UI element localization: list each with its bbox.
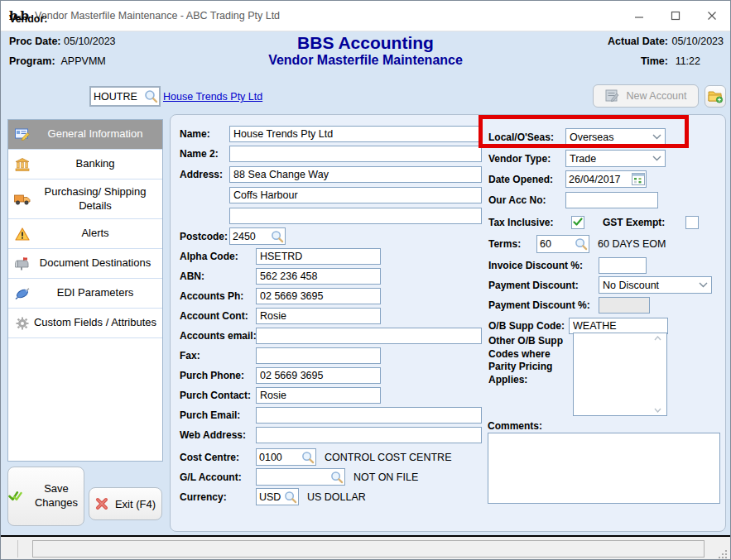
general-information-panel: Name: Name 2: Address: Postcode: Al <box>170 114 726 532</box>
status-bar <box>1 537 730 560</box>
alpha-code-field[interactable] <box>256 248 381 265</box>
gst-exempt-checkbox[interactable] <box>685 216 699 229</box>
sidebar-item-label: Purchasing/ Shipping Details <box>33 185 157 213</box>
maximize-button[interactable] <box>657 1 694 31</box>
gear-icon <box>14 316 31 331</box>
our-acc-no-label: Our Acc No: <box>488 194 565 206</box>
address-line3-field[interactable] <box>229 208 482 224</box>
local-oseas-select[interactable]: Overseas <box>565 128 666 146</box>
ob-supp-code-field[interactable] <box>569 318 668 334</box>
status-separator <box>17 540 18 558</box>
textarea-scrollbar[interactable] <box>654 336 661 413</box>
currency-label: Currency: <box>180 491 256 503</box>
save-button[interactable]: Save Changes <box>7 467 84 526</box>
vendor-type-select[interactable]: Trade <box>565 150 666 167</box>
minimize-button[interactable] <box>621 1 657 31</box>
invoice-discount-field[interactable] <box>599 257 647 274</box>
terms-label: Terms: <box>488 238 536 250</box>
name-field[interactable] <box>229 126 482 142</box>
currency-description: US DOLLAR <box>307 491 366 503</box>
purch-phone-field[interactable] <box>256 367 381 384</box>
vendor-name-link[interactable]: House Trends Pty Ltd <box>163 91 262 103</box>
cost-centre-label: Cost Centre: <box>180 452 256 463</box>
comments-field[interactable] <box>488 433 720 504</box>
vendor-type-value: Trade <box>570 153 652 165</box>
terms-field[interactable] <box>540 238 575 250</box>
scroll-up-icon[interactable] <box>654 336 661 341</box>
currency-field[interactable] <box>259 491 284 503</box>
web-address-field[interactable] <box>256 427 482 443</box>
search-icon[interactable] <box>330 471 344 484</box>
purch-email-field[interactable] <box>256 407 482 424</box>
sidebar: General Information Banking <box>7 119 163 462</box>
postcode-lookup <box>229 227 286 245</box>
new-account-button[interactable]: New Account <box>593 84 699 108</box>
tax-inclusive-checkbox[interactable] <box>571 216 584 229</box>
other-ob-supp-label: Other O/B Supp Codes where Parity Pricin… <box>488 335 567 386</box>
ob-supp-code-label: O/B Supp Code: <box>488 320 569 332</box>
account-cont-field[interactable] <box>256 308 381 324</box>
accounts-email-field[interactable] <box>256 328 482 344</box>
vendor-type-label: Vendor Type: <box>488 153 565 165</box>
fax-label: Fax: <box>180 350 256 361</box>
open-folder-button[interactable] <box>705 85 726 108</box>
search-icon[interactable] <box>301 451 315 464</box>
exit-button[interactable]: Exit (F4) <box>89 487 162 520</box>
sidebar-item-banking[interactable]: Banking <box>8 150 162 179</box>
checkmark-icon <box>573 218 583 227</box>
search-icon[interactable] <box>575 237 588 251</box>
cost-centre-field[interactable] <box>259 452 301 463</box>
other-ob-supp-field[interactable] <box>573 333 667 416</box>
search-icon[interactable] <box>271 230 284 243</box>
header-band: Proc Date: 05/10/2023 Program: APPVMM BB… <box>1 32 730 77</box>
accounts-email-label: Accounts email: <box>180 330 256 342</box>
folder-add-icon <box>708 89 724 103</box>
comments-label: Comments: <box>488 420 542 432</box>
payment-discount-select[interactable]: No Discount <box>599 276 712 294</box>
search-icon[interactable] <box>144 89 158 103</box>
sidebar-item-alerts[interactable]: Alerts <box>8 219 162 249</box>
resize-grip[interactable] <box>719 549 728 558</box>
exit-button-label: Exit (F4) <box>115 498 156 510</box>
purch-contact-field[interactable] <box>256 387 381 404</box>
scroll-down-icon[interactable] <box>654 408 661 413</box>
local-oseas-label: Local/O'Seas: <box>488 132 565 143</box>
address-line2-field[interactable] <box>229 187 482 203</box>
close-button[interactable] <box>694 1 730 31</box>
sidebar-item-edi-parameters[interactable]: EDI Parameters <box>8 279 162 309</box>
gl-account-description: NOT ON FILE <box>353 471 418 483</box>
warning-icon <box>14 227 31 242</box>
time-value: 11:22 <box>676 55 700 67</box>
sidebar-item-custom-fields[interactable]: Custom Fields / Attributes <box>8 309 162 338</box>
name2-label: Name 2: <box>180 148 229 160</box>
gl-account-lookup <box>256 468 345 486</box>
date-opened-field[interactable] <box>569 174 632 185</box>
abn-field[interactable] <box>256 268 381 285</box>
terms-lookup <box>536 235 589 253</box>
alpha-code-label: Alpha Code: <box>180 251 256 262</box>
payment-discount-pct-label: Payment Discount %: <box>488 299 599 311</box>
address-line1-field[interactable] <box>229 166 482 183</box>
our-acc-no-field[interactable] <box>565 192 658 208</box>
name2-field[interactable] <box>229 146 482 162</box>
minimize-icon <box>634 11 644 21</box>
sidebar-item-document-destinations[interactable]: Document Destinations <box>8 249 162 279</box>
maximize-icon <box>671 11 681 21</box>
chevron-down-icon <box>652 134 661 140</box>
vendor-code-input[interactable] <box>94 91 144 103</box>
address-label: Address: <box>180 169 229 180</box>
plug-icon <box>14 286 31 301</box>
sidebar-item-purchasing-shipping[interactable]: Purchasing/ Shipping Details <box>8 179 162 219</box>
purch-email-label: Purch Email: <box>180 409 256 421</box>
status-message <box>32 540 705 558</box>
sidebar-item-general-information[interactable]: General Information <box>8 120 162 150</box>
postcode-field[interactable] <box>233 231 271 242</box>
payment-discount-value: No Discount <box>603 280 699 291</box>
calendar-icon[interactable] <box>632 173 645 185</box>
payment-discount-label: Payment Discount: <box>488 280 599 291</box>
date-opened-label: Date Opened: <box>488 174 565 185</box>
search-icon[interactable] <box>284 491 297 504</box>
fax-field[interactable] <box>256 347 381 364</box>
accounts-ph-field[interactable] <box>256 288 381 304</box>
gl-account-field[interactable] <box>259 471 330 483</box>
